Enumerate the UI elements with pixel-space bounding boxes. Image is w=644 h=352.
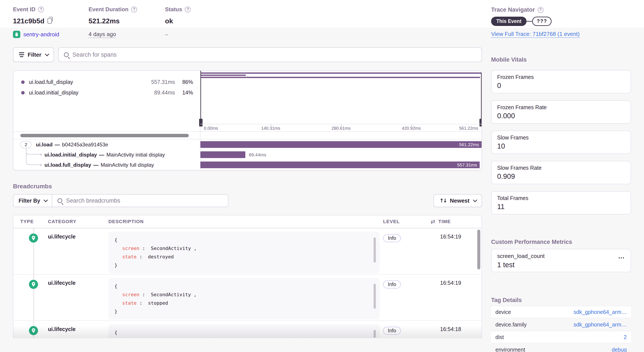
breadcrumb-category: ui.lifecycle [48, 275, 108, 324]
table-scrollbar-thumb[interactable] [477, 230, 480, 269]
tag-value-link[interactable]: 2 [624, 334, 627, 340]
span-description: MainActivity full display [101, 162, 154, 168]
span-filter-button[interactable]: Filter [13, 47, 54, 62]
custom-metrics-title: Custom Performance Metrics [491, 239, 631, 245]
metric-label: screen_load_count [497, 253, 545, 259]
breadcrumb-search[interactable] [52, 195, 228, 207]
span-bar[interactable]: 557.31ms [200, 161, 480, 168]
vital-value: 0.000 [497, 112, 625, 120]
horizontal-scrollbar[interactable] [14, 132, 200, 139]
breadcrumb-time: 16:54:19 [431, 228, 482, 278]
main-column: Event ID ? 121c9b5d sentry-android Event… [13, 0, 482, 338]
breadcrumb-time: 16:54:18 [431, 321, 482, 338]
span-tree-scrollbar-row [14, 131, 482, 139]
view-full-trace-link[interactable]: View Full Trace: 71bf2768 (1 event) [491, 31, 580, 38]
tag-key: device [496, 309, 511, 315]
span-row[interactable]: ui.load.full_display — MainActivity full… [14, 160, 482, 170]
vital-value: 0.909 [497, 172, 625, 181]
span-description: b04245a3ea91453e [62, 142, 108, 148]
legend-span-name: ui.load.full_display [29, 79, 151, 85]
col-type: TYPE [20, 219, 48, 224]
span-op: ui.load [36, 142, 52, 148]
metric-value: 1 test [497, 261, 625, 269]
vital-label: Slow Frames [497, 134, 625, 141]
tag-value-link[interactable]: sdk_gphone64_arm… [574, 309, 627, 315]
tag-details-title: Tag Details [491, 297, 631, 304]
legend-span-pct: 14% [181, 90, 193, 96]
col-level: LEVEL [383, 219, 431, 224]
vital-value: 0 [497, 82, 625, 90]
vital-label: Frozen Frames [497, 74, 625, 80]
this-event-pill[interactable]: This Event [491, 17, 526, 26]
scrollbar-thumb[interactable] [20, 134, 189, 137]
search-icon [58, 198, 62, 203]
breadcrumb-json[interactable]: { screen : SecondActivity , state : dest… [108, 232, 380, 273]
trace-navigator-title: Trace Navigator [491, 7, 535, 13]
level-badge: Info [383, 280, 401, 288]
android-platform-icon [13, 31, 20, 38]
tag-value-link[interactable]: debug [612, 346, 627, 352]
tag-value-link[interactable]: sdk_gphone64_arm… [574, 321, 627, 328]
span-minimap[interactable]: 0.00ms 140.31ms 280.61ms 420.92ms 561.22… [200, 71, 482, 131]
span-search[interactable] [58, 47, 482, 62]
vital-card: Slow Frames 10 [491, 131, 631, 154]
swap-arrows-icon: ⇄ [431, 218, 436, 225]
breadcrumb-json[interactable]: { screen : SecondActivity , state : stop… [108, 278, 380, 319]
chevron-down-icon [473, 198, 477, 202]
axis-tick-label: 561.22ms [459, 126, 478, 131]
vital-label: Slow Frames Rate [497, 165, 625, 171]
minimap-viewport-edge [481, 71, 482, 124]
vital-value: 10 [497, 142, 625, 150]
tag-row: environment debug [491, 343, 631, 352]
legend-span-name: ui.load.initial_display [29, 90, 154, 96]
breadcrumb-row[interactable]: ui.lifecycle { screen : SecondActivity ,… [14, 228, 482, 275]
event-age[interactable]: 4 days ago [88, 31, 116, 38]
breadcrumb-row[interactable]: ui.lifecycle { screen : SecondActivity ,… [14, 275, 482, 321]
legend-span-duration: 557.31ms [151, 79, 175, 85]
vital-label: Frozen Frames Rate [497, 104, 625, 110]
help-icon[interactable]: ? [131, 7, 137, 13]
help-icon[interactable]: ? [38, 7, 44, 13]
breadcrumb-filter-button[interactable]: Filter By [14, 195, 52, 207]
vital-card: Total Frames 11 [491, 191, 631, 215]
breadcrumbs-title: Breadcrumbs [13, 183, 482, 190]
copy-icon[interactable] [48, 18, 52, 24]
tag-key: dist [496, 334, 504, 340]
code-scrollbar-thumb[interactable] [374, 237, 376, 262]
event-id-label-row: Event ID ? [13, 6, 88, 13]
tag-details-table: device sdk_gphone64_arm… device.family s… [491, 306, 631, 352]
minimap-bar [201, 77, 480, 78]
minimap-bars [200, 71, 482, 124]
event-duration-block: Event Duration ? 521.22ms 4 days ago [88, 6, 165, 38]
location-pin-icon [29, 234, 38, 243]
help-icon[interactable]: ? [185, 7, 191, 13]
span-row[interactable]: ui.load.initial_display — MainActivity i… [14, 150, 482, 160]
tag-key: environment [496, 346, 525, 352]
ellipsis-menu-icon[interactable]: … [618, 254, 625, 258]
child-count-badge[interactable]: 2 [20, 141, 32, 148]
minimap-bar [201, 75, 246, 76]
unknown-event-pill[interactable]: ??? [532, 17, 552, 26]
span-bar[interactable]: 561.22ms [200, 141, 482, 148]
code-scrollbar-thumb[interactable] [374, 284, 376, 309]
location-pin-icon [29, 326, 38, 335]
legend-row[interactable]: ui.load.initial_display 89.44ms 14% [14, 87, 200, 98]
sidebar: Trace Navigator ? This Event ??? View Fu… [491, 0, 631, 352]
span-row[interactable]: 2 ui.load — b04245a3ea91453e 561.22ms [14, 139, 482, 150]
legend-row[interactable]: ui.load.full_display 557.31ms 86% [14, 77, 200, 87]
code-scrollbar-thumb[interactable] [374, 330, 376, 338]
project-link[interactable]: sentry-android [23, 31, 59, 38]
col-time[interactable]: ⇄ TIME [431, 218, 482, 225]
span-search-input[interactable] [72, 52, 476, 58]
breadcrumb-search-input[interactable] [66, 197, 223, 204]
breadcrumb-row[interactable]: ui.lifecycle { Info 16:54:18 [14, 321, 482, 338]
sort-button[interactable]: ↑↓ Newest [434, 194, 482, 207]
breadcrumb-json[interactable]: { [108, 324, 380, 338]
span-duration: 561.22ms [459, 142, 479, 147]
col-category: CATEGORY [48, 219, 108, 224]
span-tree: 2 ui.load — b04245a3ea91453e 561.22ms ui… [14, 139, 482, 170]
breadcrumb-time: 16:54:19 [431, 275, 482, 324]
help-icon[interactable]: ? [538, 7, 544, 13]
span-bar[interactable] [200, 151, 245, 158]
event-id-label: Event ID [13, 6, 36, 13]
